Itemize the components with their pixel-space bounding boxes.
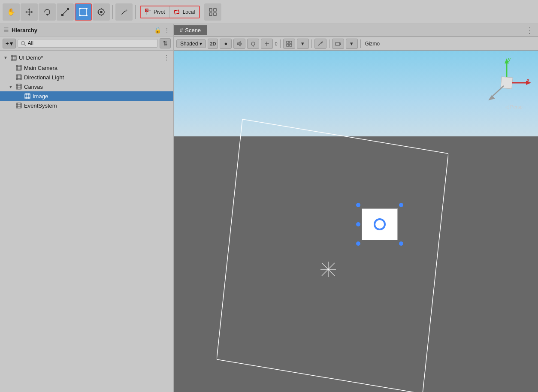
tree-item-main-camera[interactable]: Main Camera <box>0 63 173 72</box>
grid-button[interactable] <box>204 3 221 21</box>
move-tool-button[interactable] <box>21 3 38 21</box>
scene-tab[interactable]: # Scene <box>174 25 207 35</box>
lighting-button[interactable]: ● <box>220 39 232 49</box>
svg-rect-48 <box>16 84 21 89</box>
anchor-icon <box>320 261 337 281</box>
svg-rect-71 <box>287 44 289 46</box>
add-plus-label: + <box>6 40 9 47</box>
svg-rect-26 <box>174 10 179 14</box>
search-icon <box>21 41 26 46</box>
effects-button[interactable] <box>247 39 259 49</box>
image-object[interactable] <box>358 205 401 244</box>
rotate-tool-button[interactable] <box>39 3 56 21</box>
svg-marker-5 <box>31 11 33 13</box>
svg-marker-4 <box>25 11 27 13</box>
svg-rect-8 <box>67 8 69 10</box>
scale-tool-button[interactable] <box>57 3 74 21</box>
svg-rect-38 <box>16 65 21 70</box>
grid-icon <box>286 41 292 47</box>
svg-rect-9 <box>61 14 63 16</box>
hierarchy-header: ☰ Hierarchy 🔒 ⋮ <box>0 24 173 36</box>
scene-gizmo[interactable]: y x ◁ Persp <box>479 55 535 111</box>
svg-rect-70 <box>290 41 292 43</box>
hierarchy-icon: ☰ <box>3 27 9 33</box>
hierarchy-add-button[interactable]: + ▾ <box>3 39 16 48</box>
tree-item-directional-light[interactable]: Directional Light <box>0 72 173 82</box>
scene-tab-icon: # <box>180 27 183 33</box>
transform-tool-button[interactable] <box>93 3 110 21</box>
camera-button[interactable] <box>332 39 344 49</box>
local-label: Local <box>183 9 195 15</box>
svg-rect-74 <box>335 42 340 45</box>
svg-marker-6 <box>46 14 48 16</box>
scene-grid-dropdown[interactable]: ▾ <box>297 39 309 49</box>
tree-item-eventsystem[interactable]: EventSystem <box>0 101 173 110</box>
camera-dropdown[interactable]: ▾ <box>346 39 358 49</box>
tree-item-canvas[interactable]: ▼ Canvas <box>0 82 173 91</box>
main-area: ☰ Hierarchy 🔒 ⋮ + ▾ ⇅ ▼ <box>0 24 538 392</box>
scene-tools-button[interactable] <box>314 39 326 49</box>
directional-light-label: Directional Light <box>24 74 64 81</box>
gizmos-label: Gizmo <box>363 41 382 47</box>
tree-item-image[interactable]: Image <box>0 91 173 101</box>
svg-rect-30 <box>214 13 216 15</box>
scene-viewport[interactable]: y x ◁ Persp <box>174 51 538 392</box>
pivot-label: Pivot <box>154 9 165 15</box>
svg-point-31 <box>21 41 24 45</box>
svg-point-16 <box>100 11 102 13</box>
handle-mid-left[interactable] <box>356 222 360 226</box>
wrench-tool-button[interactable] <box>115 3 133 21</box>
2d-button[interactable]: 2D <box>208 39 218 49</box>
canvas-label: Canvas <box>24 84 43 90</box>
audio-icon <box>236 41 242 47</box>
overlay-button[interactable] <box>261 39 273 49</box>
hierarchy-sort-button[interactable]: ⇅ <box>160 38 171 48</box>
hierarchy-search-input[interactable] <box>28 40 155 46</box>
svg-point-13 <box>79 15 81 16</box>
gameobject-icon-ui-demo <box>10 54 17 61</box>
image-label: Image <box>33 93 48 100</box>
gizmo-x-label: x <box>527 77 530 82</box>
shaded-dropdown-arrow: ▾ <box>199 41 202 47</box>
svg-rect-43 <box>16 75 21 80</box>
svg-rect-29 <box>209 13 212 15</box>
image-inner-circle <box>374 218 386 230</box>
scene-panel: # Scene ⋮ Shaded ▾ 2D ● <box>174 24 538 392</box>
svg-rect-28 <box>214 9 216 11</box>
svg-rect-72 <box>290 44 292 46</box>
canvas-outline <box>217 119 448 392</box>
shaded-dropdown[interactable]: Shaded ▾ <box>176 39 206 48</box>
scene-toolbar-divider-2 <box>311 39 312 48</box>
svg-rect-69 <box>287 41 289 43</box>
audio-button[interactable] <box>233 39 245 49</box>
gizmo-y-label: y <box>508 57 511 62</box>
expand-arrow-ui-demo: ▼ <box>3 55 9 60</box>
local-button[interactable]: Local <box>170 6 199 18</box>
hand-tool-button[interactable]: ✋ <box>3 3 20 21</box>
ui-demo-menu[interactable]: ⋮ <box>163 54 170 62</box>
expand-arrow-canvas: ▼ <box>9 84 14 89</box>
svg-marker-76 <box>217 119 448 392</box>
hierarchy-menu-icon[interactable]: ⋮ <box>164 27 170 33</box>
svg-line-21 <box>121 11 125 15</box>
svg-point-11 <box>79 8 81 9</box>
scene-tab-more-button[interactable]: ⋮ <box>522 26 538 35</box>
scene-tabs: # Scene ⋮ <box>174 24 538 37</box>
pivot-button[interactable]: Pivot <box>141 6 170 18</box>
canvas-outline-svg <box>217 119 448 392</box>
handle-bottom-left[interactable] <box>356 241 360 246</box>
tree-item-ui-demo[interactable]: ▼ UI Demo* ⋮ <box>0 52 173 63</box>
handle-top-left[interactable] <box>356 203 360 207</box>
overlay-count: 0 <box>275 41 277 46</box>
hierarchy-lock-icon[interactable]: 🔒 <box>154 27 161 33</box>
gameobject-icon-directional-light <box>15 74 22 81</box>
svg-marker-63 <box>237 42 240 46</box>
scene-grid-button[interactable] <box>283 39 295 49</box>
handle-top-right[interactable] <box>399 203 403 207</box>
toolbar-separator-1 <box>112 5 113 19</box>
rect-tool-button[interactable] <box>75 3 92 21</box>
handle-bottom-right[interactable] <box>399 241 403 246</box>
add-arrow-label: ▾ <box>10 40 13 47</box>
eventsystem-label: EventSystem <box>24 103 57 109</box>
top-toolbar: ✋ <box>0 0 538 24</box>
